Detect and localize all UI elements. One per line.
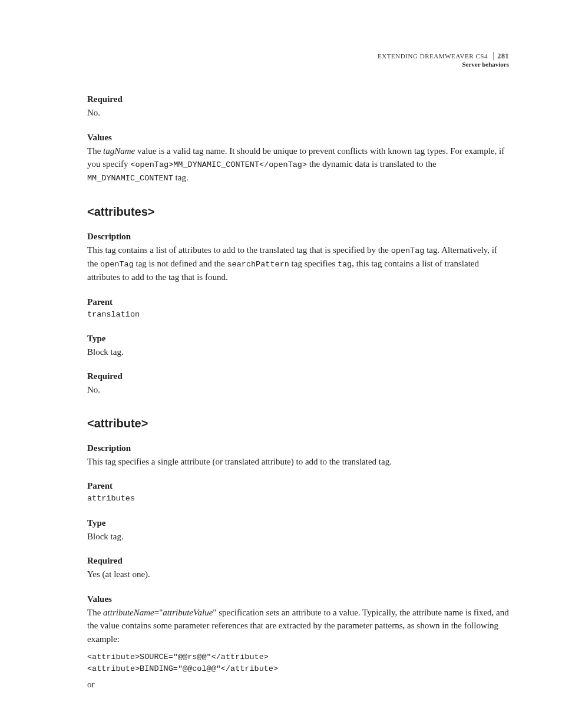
description-paragraph: This tag contains a list of attributes t… bbox=[87, 243, 509, 284]
section-heading-attribute: <attribute> bbox=[87, 417, 509, 430]
code-block-example: <attribute>SOURCE="@@rs@@"</attribute> <… bbox=[87, 651, 509, 674]
term-tagname: tagName bbox=[103, 146, 135, 156]
text-run: The bbox=[87, 146, 103, 156]
code-mm-dynamic-content: MM_DYNAMIC_CONTENT bbox=[87, 174, 173, 183]
type-label: Type bbox=[87, 334, 509, 344]
text-run: The bbox=[87, 608, 103, 617]
values-label: Values bbox=[87, 594, 509, 604]
type-value: Block tag. bbox=[87, 345, 509, 359]
type-label: Type bbox=[87, 518, 509, 528]
values-label: Values bbox=[87, 133, 509, 143]
code-opentag-example: <openTag>MM_DYNAMIC_CONTENT</openTag> bbox=[130, 160, 307, 169]
parent-label: Parent bbox=[87, 481, 509, 491]
code-tag: tag bbox=[338, 260, 352, 269]
header-title-line: EXTENDING DREAMWEAVER CS4 281 bbox=[378, 52, 509, 61]
description-label: Description bbox=[87, 232, 509, 242]
header-section: Server behaviors bbox=[378, 61, 509, 69]
text-run: tag is not defined and the bbox=[134, 259, 227, 268]
page-number: 281 bbox=[493, 52, 509, 60]
text-run: tag. bbox=[173, 173, 189, 182]
content-body: Required No. Values The tagName value is… bbox=[87, 94, 509, 691]
description-text: This tag specifies a single attribute (o… bbox=[87, 455, 509, 469]
text-run: the dynamic data is translated to the bbox=[307, 159, 437, 169]
term-attributename: attributeName bbox=[103, 608, 154, 617]
parent-value: translation bbox=[87, 309, 509, 321]
page: EXTENDING DREAMWEAVER CS4 281 Server beh… bbox=[0, 0, 562, 728]
code-opentag: openTag bbox=[391, 246, 425, 255]
text-run: tag specifies bbox=[289, 259, 338, 268]
required-label: Required bbox=[87, 371, 509, 381]
parent-label: Parent bbox=[87, 297, 509, 307]
required-value: Yes (at least one). bbox=[87, 568, 509, 581]
required-value: No. bbox=[87, 383, 509, 397]
values-paragraph: The attributeName="attributeValue" speci… bbox=[87, 606, 509, 646]
parent-value: attributes bbox=[87, 493, 509, 505]
required-value: No. bbox=[87, 106, 509, 120]
required-label: Required bbox=[87, 94, 509, 104]
text-run: This tag contains a list of attributes t… bbox=[87, 245, 391, 255]
text-run: =" bbox=[154, 608, 163, 617]
values-paragraph: The tagName value is a valid tag name. I… bbox=[87, 144, 509, 185]
type-value: Block tag. bbox=[87, 530, 509, 543]
section-heading-attributes: <attributes> bbox=[87, 205, 509, 219]
term-attributevalue: attributeValue bbox=[163, 608, 213, 617]
required-label: Required bbox=[87, 556, 509, 566]
header-title: EXTENDING DREAMWEAVER CS4 bbox=[378, 52, 488, 60]
code-opentag: openTag bbox=[100, 260, 134, 269]
running-header: EXTENDING DREAMWEAVER CS4 281 Server beh… bbox=[378, 52, 509, 69]
or-text: or bbox=[87, 678, 509, 691]
description-label: Description bbox=[87, 443, 509, 453]
code-searchpattern: searchPattern bbox=[227, 260, 289, 269]
